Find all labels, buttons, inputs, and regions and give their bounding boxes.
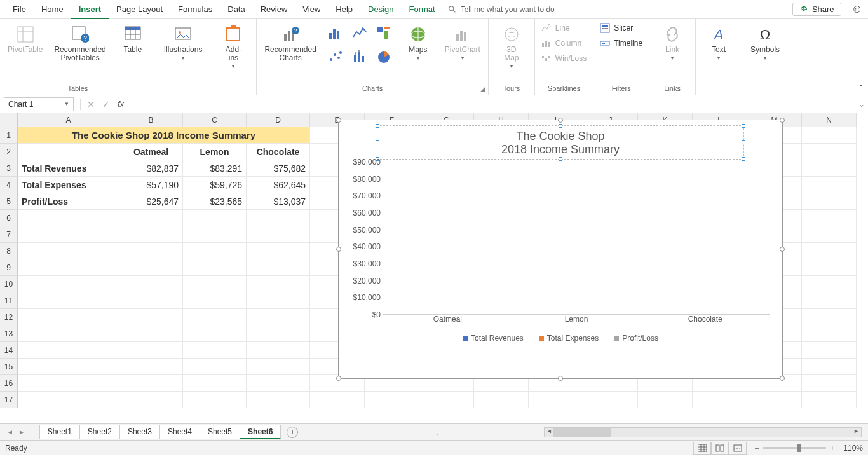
text-button[interactable]: AText▾ [700,22,738,64]
cell[interactable]: Lemon [183,144,247,160]
cell[interactable] [18,292,119,309]
tab-view[interactable]: View [295,0,328,19]
cell[interactable] [183,210,247,226]
column-header[interactable]: N [802,113,857,127]
row-header[interactable]: 11 [0,292,18,309]
cell[interactable] [802,127,857,144]
cell[interactable] [18,392,119,408]
page-layout-view-button[interactable] [711,442,729,455]
cell[interactable] [247,226,310,243]
cell[interactable] [18,359,119,375]
sparkline-column-button[interactable]: Column [539,37,589,50]
cell[interactable]: The Cookie Shop 2018 Income Summary [18,127,310,144]
cell[interactable] [802,309,857,325]
row-header[interactable]: 10 [0,276,18,292]
tab-data[interactable]: Data [220,0,252,19]
scrollbar-thumb[interactable] [553,428,611,437]
legend-item[interactable]: Total Revenues [463,334,524,343]
cell[interactable] [183,342,247,359]
cell[interactable] [747,392,802,408]
select-all-corner[interactable] [0,113,18,127]
row-header[interactable]: 12 [0,309,18,325]
row-header[interactable]: 7 [0,226,18,243]
sheet-tab[interactable]: Sheet6 [240,425,281,439]
cell[interactable] [18,342,119,359]
cell[interactable] [802,210,857,226]
column-header[interactable]: B [119,113,183,127]
illustrations-button[interactable]: Illustrations▾ [160,22,207,64]
row-header[interactable]: 5 [0,193,18,210]
cell[interactable] [18,325,119,342]
cell[interactable] [802,292,857,309]
zoom-out-button[interactable]: − [754,444,759,453]
tab-help[interactable]: Help [328,0,360,19]
cell[interactable] [247,210,310,226]
timeline-button[interactable]: Timeline [597,37,645,50]
cell[interactable]: $83,291 [183,160,247,177]
cell[interactable]: Oatmeal [119,144,183,160]
slicer-button[interactable]: Slicer [597,22,645,34]
chart-title[interactable]: The Cookie Shop 2018 Income Summary [377,125,744,160]
sheet-nav-next[interactable]: ► [17,428,27,435]
cell[interactable] [247,276,310,292]
cell[interactable] [183,309,247,325]
cell[interactable] [119,359,183,375]
insert-statistic-chart-button[interactable] [348,46,371,69]
link-button[interactable]: Link▾ [653,22,691,64]
legend-item[interactable]: Total Expenses [539,334,599,343]
cell[interactable] [802,359,857,375]
zoom-level[interactable]: 110% [843,444,863,453]
cell[interactable] [18,259,119,276]
cell[interactable] [183,292,247,309]
sheet-tab[interactable]: Sheet4 [159,425,200,439]
sparkline-line-button[interactable]: Line [539,22,589,34]
cell[interactable] [802,342,857,359]
feedback-smile-icon[interactable]: ☺ [851,3,863,16]
row-header[interactable]: 1 [0,127,18,144]
sheet-tab[interactable]: Sheet5 [200,425,240,439]
addins-button[interactable]: Add- ins▾ [214,22,252,72]
cell[interactable] [119,392,183,408]
cell[interactable] [802,144,857,160]
cell[interactable] [18,276,119,292]
embedded-chart[interactable]: The Cookie Shop 2018 Income Summary $0$1… [338,120,783,379]
resize-handle[interactable] [558,118,563,123]
row-header[interactable]: 9 [0,259,18,276]
resize-handle[interactable] [558,376,563,381]
tab-formulas[interactable]: Formulas [170,0,220,19]
cell[interactable] [18,144,119,160]
cell[interactable] [802,160,857,177]
insert-pie-chart-button[interactable] [372,46,395,69]
maps-button[interactable]: Maps▾ [399,22,437,64]
cell[interactable] [18,375,119,392]
cell[interactable] [183,243,247,259]
tab-home[interactable]: Home [34,0,71,19]
zoom-in-button[interactable]: + [830,444,834,453]
charts-dialog-launcher[interactable]: ◢ [480,85,485,92]
cell[interactable] [802,325,857,342]
new-sheet-button[interactable]: + [287,427,298,438]
cell[interactable] [583,392,638,408]
cell[interactable]: $13,037 [247,193,310,210]
sheet-nav-prev[interactable]: ◄ [5,428,15,435]
insert-column-chart-button[interactable] [324,22,347,45]
tab-page-layout[interactable]: Page Layout [109,0,170,19]
cell[interactable] [119,375,183,392]
resize-handle[interactable] [336,118,341,123]
cell[interactable] [183,259,247,276]
cell[interactable] [247,325,310,342]
chart-legend[interactable]: Total RevenuesTotal ExpensesProfit/Loss [339,330,782,346]
cell[interactable] [18,309,119,325]
cell[interactable] [183,359,247,375]
cell[interactable] [247,359,310,375]
row-header[interactable]: 14 [0,342,18,359]
tab-format[interactable]: Format [402,0,443,19]
cell[interactable] [247,392,310,408]
tab-review[interactable]: Review [253,0,295,19]
tab-split-handle[interactable]: ⋮ [434,428,440,435]
zoom-slider[interactable] [763,447,826,449]
cell[interactable] [247,243,310,259]
column-header[interactable]: D [247,113,310,127]
cell[interactable] [802,375,857,392]
share-button[interactable]: Share [792,3,841,16]
